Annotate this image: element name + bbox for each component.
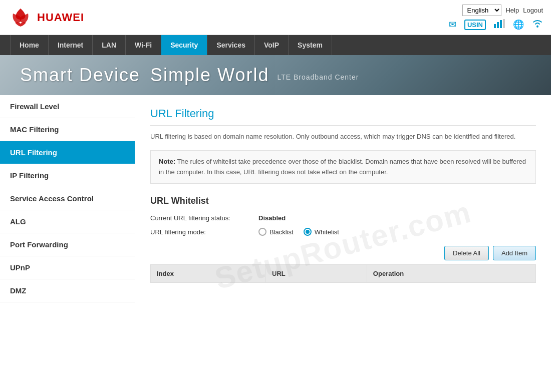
- main-nav: Home Internet LAN Wi-Fi Security Service…: [0, 35, 551, 55]
- filtering-status-row: Current URL filtering status: Disabled: [150, 214, 536, 222]
- url-whitelist-table: Index URL Operation: [150, 264, 536, 283]
- filtering-mode-row: URL filtering mode: Blacklist Whitelist: [150, 228, 536, 236]
- svg-point-4: [536, 26, 538, 28]
- nav-item-system[interactable]: System: [289, 35, 332, 55]
- svg-rect-3: [503, 19, 505, 28]
- sidebar-item-port-forwarding[interactable]: Port Forwarding: [0, 233, 135, 256]
- banner-smart-device: Smart Device: [20, 65, 140, 86]
- sidebar-item-mac-filtering[interactable]: MAC Filtering: [0, 118, 135, 141]
- mail-icon[interactable]: ✉: [449, 19, 456, 30]
- logo-area: HUAWEI: [8, 8, 84, 28]
- header: HUAWEI English Chinese French Help Logou…: [0, 0, 551, 35]
- sidebar-item-service-access-control[interactable]: Service Access Control: [0, 187, 135, 210]
- language-dropdown[interactable]: English Chinese French: [462, 5, 501, 16]
- note-box: Note: The rules of whitelist take preced…: [150, 150, 536, 184]
- banner-simple-world: Simple World: [150, 65, 269, 86]
- sidebar-item-upnp[interactable]: UPnP: [0, 256, 135, 279]
- add-item-button[interactable]: Add Item: [493, 246, 536, 260]
- sim-icon[interactable]: USIN: [464, 20, 486, 30]
- description-text: URL filtering is based on domain name re…: [150, 132, 536, 142]
- table-header-row: Index URL Operation: [151, 265, 536, 283]
- sidebar-item-firewall-level[interactable]: Firewall Level: [0, 95, 135, 118]
- nav-item-security[interactable]: Security: [161, 35, 207, 55]
- sidebar-item-alg[interactable]: ALG: [0, 210, 135, 233]
- radio-whitelist-label: Whitelist: [315, 228, 339, 236]
- nav-item-home[interactable]: Home: [10, 35, 49, 55]
- svg-rect-0: [494, 24, 496, 28]
- header-right: English Chinese French Help Logout ✉ USI…: [449, 5, 543, 31]
- sidebar-item-dmz[interactable]: DMZ: [0, 279, 135, 302]
- nav-item-wifi[interactable]: Wi-Fi: [126, 35, 161, 55]
- language-selector[interactable]: English Chinese French: [462, 5, 501, 16]
- svg-rect-1: [497, 22, 499, 28]
- section-title: URL Whitelist: [150, 196, 536, 206]
- nav-item-voip[interactable]: VoIP: [255, 35, 289, 55]
- brand-name: HUAWEI: [37, 11, 84, 24]
- nav-item-internet[interactable]: Internet: [49, 35, 93, 55]
- radio-whitelist-circle[interactable]: [304, 228, 312, 236]
- radio-blacklist-label: Blacklist: [269, 228, 294, 236]
- nav-item-services[interactable]: Services: [207, 35, 255, 55]
- banner: Smart Device Simple World LTE Broadband …: [0, 55, 551, 95]
- radio-blacklist[interactable]: Blacklist: [258, 228, 294, 236]
- wifi-icon[interactable]: [532, 19, 543, 31]
- col-url: URL: [266, 265, 367, 283]
- sidebar-item-url-filtering[interactable]: URL Filtering: [0, 141, 135, 164]
- radio-whitelist[interactable]: Whitelist: [304, 228, 339, 236]
- huawei-logo-icon: [8, 8, 33, 28]
- note-label: Note:: [159, 158, 175, 165]
- page-title: URL Filtering: [150, 107, 536, 126]
- filtering-status-label: Current URL filtering status:: [150, 214, 250, 222]
- main-layout: Firewall Level MAC Filtering URL Filteri…: [0, 95, 551, 392]
- filtering-mode-options: Blacklist Whitelist: [258, 228, 339, 236]
- radio-blacklist-circle[interactable]: [258, 228, 266, 236]
- sidebar-item-ip-filtering[interactable]: IP Filtering: [0, 164, 135, 187]
- table-actions: Delete All Add Item: [150, 242, 536, 264]
- note-text: The rules of whitelist take precedence o…: [159, 158, 526, 176]
- help-link[interactable]: Help: [505, 7, 519, 14]
- logout-link[interactable]: Logout: [523, 7, 543, 14]
- filtering-status-value: Disabled: [258, 214, 286, 222]
- header-top-row: English Chinese French Help Logout: [462, 5, 543, 16]
- banner-subtitle: LTE Broadband Center: [277, 73, 359, 81]
- signal-icon: [494, 19, 505, 31]
- nav-item-lan[interactable]: LAN: [93, 35, 126, 55]
- delete-all-button[interactable]: Delete All: [444, 246, 489, 260]
- col-index: Index: [151, 265, 266, 283]
- sidebar: Firewall Level MAC Filtering URL Filteri…: [0, 95, 135, 392]
- header-icons-row: ✉ USIN 🌐: [449, 19, 543, 31]
- svg-rect-2: [500, 20, 502, 28]
- content-area: SetupRouter.com URL Filtering URL filter…: [135, 95, 551, 392]
- col-operation: Operation: [367, 265, 535, 283]
- globe-icon[interactable]: 🌐: [513, 19, 524, 30]
- filtering-mode-label: URL filtering mode:: [150, 228, 250, 236]
